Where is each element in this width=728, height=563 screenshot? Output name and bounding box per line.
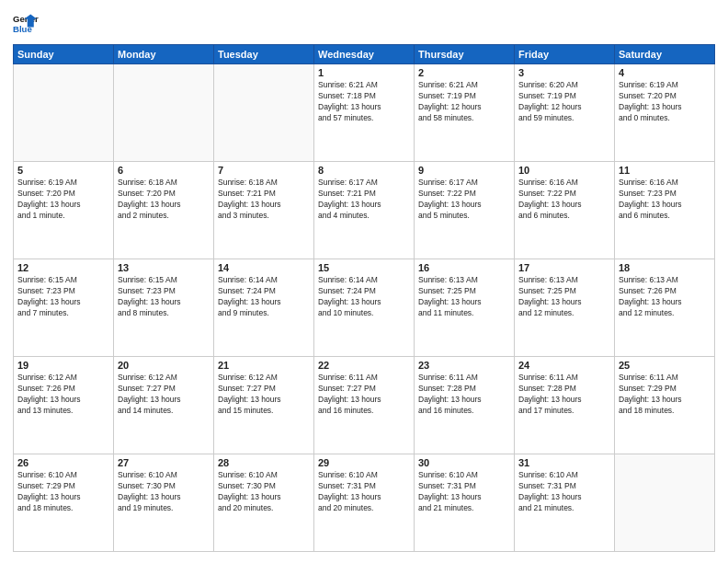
day-number: 31 (518, 457, 610, 468)
weekday-header-wednesday: Wednesday (314, 45, 415, 64)
calendar-cell: 7Sunrise: 6:18 AMSunset: 7:21 PMDaylight… (214, 162, 314, 259)
calendar-cell (214, 64, 314, 162)
logo-icon: General Blue (13, 11, 39, 37)
day-number: 10 (518, 165, 610, 176)
calendar-cell: 24Sunrise: 6:11 AMSunset: 7:28 PMDayligh… (515, 357, 615, 454)
day-number: 12 (17, 262, 109, 273)
day-number: 22 (318, 360, 410, 371)
day-info: Sunrise: 6:18 AMSunset: 7:21 PMDaylight:… (218, 178, 310, 222)
calendar-cell: 16Sunrise: 6:13 AMSunset: 7:25 PMDayligh… (415, 259, 515, 357)
calendar-cell: 29Sunrise: 6:10 AMSunset: 7:31 PMDayligh… (314, 454, 415, 552)
day-number: 4 (619, 67, 711, 78)
day-info: Sunrise: 6:11 AMSunset: 7:28 PMDaylight:… (518, 373, 610, 417)
day-info: Sunrise: 6:17 AMSunset: 7:22 PMDaylight:… (418, 178, 510, 222)
calendar-cell: 30Sunrise: 6:10 AMSunset: 7:31 PMDayligh… (415, 454, 515, 552)
calendar-cell (114, 64, 214, 162)
day-number: 7 (218, 165, 310, 176)
day-info: Sunrise: 6:10 AMSunset: 7:30 PMDaylight:… (218, 470, 310, 514)
calendar-cell: 25Sunrise: 6:11 AMSunset: 7:29 PMDayligh… (615, 357, 715, 454)
calendar-table: SundayMondayTuesdayWednesdayThursdayFrid… (13, 44, 715, 552)
day-number: 15 (318, 262, 410, 273)
calendar-cell: 1Sunrise: 6:21 AMSunset: 7:18 PMDaylight… (314, 64, 415, 162)
day-number: 16 (418, 262, 510, 273)
calendar-cell: 11Sunrise: 6:16 AMSunset: 7:23 PMDayligh… (615, 162, 715, 259)
day-info: Sunrise: 6:10 AMSunset: 7:31 PMDaylight:… (418, 470, 510, 514)
day-info: Sunrise: 6:21 AMSunset: 7:19 PMDaylight:… (418, 80, 510, 124)
day-info: Sunrise: 6:16 AMSunset: 7:22 PMDaylight:… (518, 178, 610, 222)
day-info: Sunrise: 6:11 AMSunset: 7:29 PMDaylight:… (619, 373, 711, 417)
day-info: Sunrise: 6:10 AMSunset: 7:29 PMDaylight:… (17, 470, 109, 514)
calendar-cell: 31Sunrise: 6:10 AMSunset: 7:31 PMDayligh… (515, 454, 615, 552)
weekday-header-row: SundayMondayTuesdayWednesdayThursdayFrid… (14, 45, 715, 64)
day-info: Sunrise: 6:11 AMSunset: 7:28 PMDaylight:… (418, 373, 510, 417)
calendar-cell (14, 64, 114, 162)
week-row-1: 1Sunrise: 6:21 AMSunset: 7:18 PMDaylight… (14, 64, 715, 162)
day-info: Sunrise: 6:19 AMSunset: 7:20 PMDaylight:… (17, 178, 109, 222)
day-info: Sunrise: 6:12 AMSunset: 7:26 PMDaylight:… (17, 373, 109, 417)
day-info: Sunrise: 6:13 AMSunset: 7:26 PMDaylight:… (619, 275, 711, 319)
day-number: 8 (318, 165, 410, 176)
day-number: 25 (619, 360, 711, 371)
day-number: 24 (518, 360, 610, 371)
day-info: Sunrise: 6:13 AMSunset: 7:25 PMDaylight:… (518, 275, 610, 319)
day-number: 5 (17, 165, 109, 176)
calendar-cell: 28Sunrise: 6:10 AMSunset: 7:30 PMDayligh… (214, 454, 314, 552)
calendar-cell: 9Sunrise: 6:17 AMSunset: 7:22 PMDaylight… (415, 162, 515, 259)
calendar-cell: 13Sunrise: 6:15 AMSunset: 7:23 PMDayligh… (114, 259, 214, 357)
calendar-cell: 19Sunrise: 6:12 AMSunset: 7:26 PMDayligh… (14, 357, 114, 454)
calendar-cell: 6Sunrise: 6:18 AMSunset: 7:20 PMDaylight… (114, 162, 214, 259)
day-info: Sunrise: 6:10 AMSunset: 7:31 PMDaylight:… (318, 470, 410, 514)
day-info: Sunrise: 6:14 AMSunset: 7:24 PMDaylight:… (318, 275, 410, 319)
day-number: 13 (118, 262, 210, 273)
logo: General Blue (13, 11, 39, 37)
calendar-cell: 21Sunrise: 6:12 AMSunset: 7:27 PMDayligh… (214, 357, 314, 454)
calendar-cell: 2Sunrise: 6:21 AMSunset: 7:19 PMDaylight… (415, 64, 515, 162)
day-number: 11 (619, 165, 711, 176)
calendar-cell: 26Sunrise: 6:10 AMSunset: 7:29 PMDayligh… (14, 454, 114, 552)
calendar-cell: 18Sunrise: 6:13 AMSunset: 7:26 PMDayligh… (615, 259, 715, 357)
calendar-cell: 15Sunrise: 6:14 AMSunset: 7:24 PMDayligh… (314, 259, 415, 357)
day-info: Sunrise: 6:21 AMSunset: 7:18 PMDaylight:… (318, 80, 410, 124)
day-info: Sunrise: 6:20 AMSunset: 7:19 PMDaylight:… (518, 80, 610, 124)
day-number: 28 (218, 457, 310, 468)
weekday-header-monday: Monday (114, 45, 214, 64)
day-number: 9 (418, 165, 510, 176)
day-number: 19 (17, 360, 109, 371)
day-number: 29 (318, 457, 410, 468)
calendar-cell: 14Sunrise: 6:14 AMSunset: 7:24 PMDayligh… (214, 259, 314, 357)
day-number: 1 (318, 67, 410, 78)
day-info: Sunrise: 6:14 AMSunset: 7:24 PMDaylight:… (218, 275, 310, 319)
day-number: 14 (218, 262, 310, 273)
calendar-cell: 23Sunrise: 6:11 AMSunset: 7:28 PMDayligh… (415, 357, 515, 454)
day-info: Sunrise: 6:15 AMSunset: 7:23 PMDaylight:… (118, 275, 210, 319)
day-info: Sunrise: 6:15 AMSunset: 7:23 PMDaylight:… (17, 275, 109, 319)
calendar-cell: 17Sunrise: 6:13 AMSunset: 7:25 PMDayligh… (515, 259, 615, 357)
day-info: Sunrise: 6:11 AMSunset: 7:27 PMDaylight:… (318, 373, 410, 417)
week-row-3: 12Sunrise: 6:15 AMSunset: 7:23 PMDayligh… (14, 259, 715, 357)
calendar-cell: 20Sunrise: 6:12 AMSunset: 7:27 PMDayligh… (114, 357, 214, 454)
weekday-header-saturday: Saturday (615, 45, 715, 64)
day-number: 30 (418, 457, 510, 468)
calendar-cell: 8Sunrise: 6:17 AMSunset: 7:21 PMDaylight… (314, 162, 415, 259)
calendar-cell: 12Sunrise: 6:15 AMSunset: 7:23 PMDayligh… (14, 259, 114, 357)
day-number: 3 (518, 67, 610, 78)
day-number: 6 (118, 165, 210, 176)
weekday-header-thursday: Thursday (415, 45, 515, 64)
day-number: 26 (17, 457, 109, 468)
week-row-5: 26Sunrise: 6:10 AMSunset: 7:29 PMDayligh… (14, 454, 715, 552)
header: General Blue (13, 11, 715, 37)
calendar-cell: 4Sunrise: 6:19 AMSunset: 7:20 PMDaylight… (615, 64, 715, 162)
calendar-cell (615, 454, 715, 552)
calendar-cell: 5Sunrise: 6:19 AMSunset: 7:20 PMDaylight… (14, 162, 114, 259)
calendar-cell: 3Sunrise: 6:20 AMSunset: 7:19 PMDaylight… (515, 64, 615, 162)
weekday-header-sunday: Sunday (14, 45, 114, 64)
day-number: 2 (418, 67, 510, 78)
day-number: 20 (118, 360, 210, 371)
weekday-header-friday: Friday (515, 45, 615, 64)
weekday-header-tuesday: Tuesday (214, 45, 314, 64)
day-info: Sunrise: 6:10 AMSunset: 7:30 PMDaylight:… (118, 470, 210, 514)
calendar-cell: 22Sunrise: 6:11 AMSunset: 7:27 PMDayligh… (314, 357, 415, 454)
day-number: 17 (518, 262, 610, 273)
day-info: Sunrise: 6:12 AMSunset: 7:27 PMDaylight:… (218, 373, 310, 417)
week-row-4: 19Sunrise: 6:12 AMSunset: 7:26 PMDayligh… (14, 357, 715, 454)
